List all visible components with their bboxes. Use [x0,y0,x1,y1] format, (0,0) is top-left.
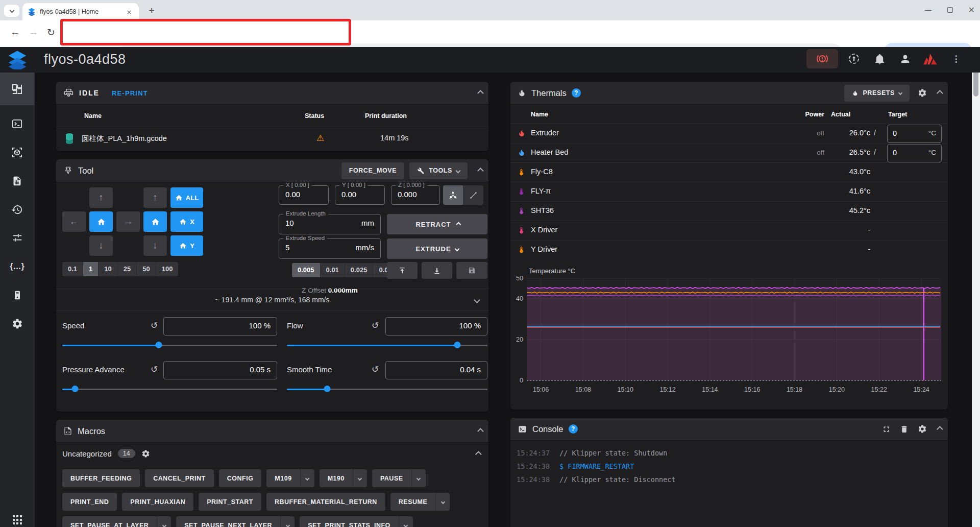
macro-m190[interactable]: M190 [320,469,367,487]
home-xy-button[interactable] [89,211,113,232]
macro-set-print-stats-info-dropdown[interactable] [399,516,413,527]
z-step-0.025[interactable]: 0.025 [345,263,374,277]
home-z-button[interactable] [143,211,167,232]
axis-move-mode-icon[interactable] [443,185,463,205]
home-all-button[interactable]: ALL [170,187,203,208]
z-step-0.01[interactable]: 0.01 [321,263,345,277]
flow-input[interactable]: 100 % [385,317,487,336]
console-collapse-icon[interactable] [937,426,943,433]
reprint-button[interactable]: RE-PRINT [112,89,148,97]
bed-target-input[interactable]: 0°C [887,144,942,162]
macro-pause[interactable]: PAUSE [372,469,426,487]
estimate-expand-icon[interactable] [474,297,480,303]
move-step-25[interactable]: 25 [118,262,137,276]
forward-icon[interactable]: → [29,27,38,38]
jog-x-minus-button[interactable]: ← [62,211,86,232]
macro-resume[interactable]: RESUME [390,493,450,511]
position-x-field[interactable]: X [ 0.00 ] 0.00 [279,185,329,205]
tab-search-button[interactable] [4,5,19,17]
speed-reset-icon[interactable]: ↺ [151,320,158,331]
pressure-advance-slider-knob[interactable] [72,386,79,392]
macro-rbuffer-material-return[interactable]: RBUFFER_MATERIAL_RETURN [266,493,385,511]
pressure-advance-slider[interactable] [62,386,277,393]
sidebar-item-tune[interactable] [0,224,34,252]
speed-slider[interactable] [62,342,277,349]
z-step-0.005-selected[interactable]: 0.005 [292,263,321,277]
move-step-10[interactable]: 10 [99,262,117,276]
position-y-field[interactable]: Y [ 0.00 ] 0.00 [335,185,385,205]
back-icon[interactable]: ← [10,27,20,38]
browser-tab[interactable]: flyos-0a4d58 | Home × [22,3,139,20]
sidebar-item-jobs[interactable] [0,166,34,195]
home-y-button[interactable]: Y [170,235,203,256]
locate-printer-icon[interactable] [844,49,864,68]
jog-z-plus-button[interactable]: ↑ [143,187,167,208]
console-fullscreen-icon[interactable] [882,425,891,434]
extruder-target-input[interactable]: 0°C [887,125,942,143]
thermals-collapse-icon[interactable] [937,90,943,97]
smooth-time-slider[interactable] [287,386,487,393]
extrude-button[interactable]: EXTRUDE [387,238,487,259]
fly-brand-logo[interactable] [921,49,940,68]
window-maximize-button[interactable] [947,7,953,13]
app-menu-kebab-icon[interactable]: ⋮ [946,49,966,68]
heater-row-extruder[interactable]: Extruder off 26.0°c / 0°C [510,124,948,143]
sidebar-item-console[interactable] [0,109,34,138]
log-command[interactable]: $ FIRMWARE_RESTART [559,462,634,470]
macro-group-collapse-icon[interactable] [475,451,482,458]
z-offset-save-button[interactable] [456,262,487,279]
new-tab-button[interactable]: + [145,4,158,17]
macro-set-pause-next-layer[interactable]: SET_PAUSE_NEXT_LAYER [176,516,295,527]
tools-dropdown-button[interactable]: TOOLS [409,162,468,179]
console-clear-trash-icon[interactable] [900,425,909,434]
sidebar-item-system[interactable] [0,281,34,309]
speed-input[interactable]: 100 % [163,317,277,336]
thermals-settings-icon[interactable] [918,88,927,98]
extrude-speed-field[interactable]: Extrude Speed 5 mm/s [279,238,381,259]
tab-close-icon[interactable]: × [125,8,134,16]
macro-resume-dropdown[interactable] [435,493,450,511]
macro-print-end[interactable]: PRINT_END [62,493,117,511]
jog-y-plus-button[interactable]: ↑ [89,187,113,208]
pressure-advance-input[interactable]: 0.05 s [163,361,277,379]
user-account-icon[interactable] [895,49,915,68]
jog-z-minus-button[interactable]: ↓ [143,235,167,256]
speed-slider-knob[interactable] [156,342,162,348]
notifications-bell-icon[interactable] [870,49,889,68]
macro-m109[interactable]: M109 [266,469,314,487]
job-row[interactable]: 圆柱体_PLA_1h9m.gcode ⚠ 14m 19s [56,127,488,151]
macro-cancel-print[interactable]: CANCEL_PRINT [145,469,214,487]
flow-reset-icon[interactable]: ↺ [372,320,379,331]
smooth-time-reset-icon[interactable]: ↺ [372,364,379,375]
jog-x-plus-button[interactable]: → [116,211,140,232]
sidebar-item-dashboard[interactable] [0,73,34,105]
extrude-length-field[interactable]: Extrude Length 10 mm [279,214,381,234]
emergency-stop-button[interactable] [806,49,838,68]
window-minimize-button[interactable]: — [925,6,932,14]
status-collapse-icon[interactable] [477,90,484,97]
sidebar-item-configure[interactable]: {…} [0,252,34,281]
pressure-advance-reset-icon[interactable]: ↺ [151,364,158,375]
move-step-0.1[interactable]: 0.1 [62,262,83,276]
macro-buffer-feeding[interactable]: BUFFER_FEEDING [62,469,140,487]
z-offset-down-button[interactable] [422,262,452,279]
sidebar-apps-grid-icon[interactable] [0,506,34,527]
thermals-help-icon[interactable]: ? [572,88,581,98]
reload-icon[interactable]: ↻ [47,27,55,38]
macro-set-pause-next-layer-dropdown[interactable] [280,516,295,527]
sidebar-item-history[interactable] [0,195,34,224]
jog-y-minus-button[interactable]: ↓ [89,235,113,256]
heater-row-bed[interactable]: Heater Bed off 26.5°c / 0°C [510,143,948,163]
distance-move-mode-icon[interactable] [463,185,483,205]
macro-set-pause-at-layer[interactable]: SET_PAUSE_AT_LAYER [62,516,171,527]
console-log[interactable]: 15:24:37 // Klipper state: Shutdown 15:2… [510,441,948,527]
window-close-button[interactable]: ✕ [968,5,975,15]
console-help-icon[interactable]: ? [569,424,578,434]
home-x-button[interactable]: X [170,211,203,232]
move-step-1-selected[interactable]: 1 [83,262,99,276]
retract-button[interactable]: RETRACT [387,214,487,234]
estimate-row[interactable]: ~ 191.4 mm @ 12 mm³/s, 168 mm/s [56,289,488,311]
macro-set-print-stats-info[interactable]: SET_PRINT_STATS_INFO [300,516,413,527]
flow-slider-knob[interactable] [454,342,461,348]
macro-m190-dropdown[interactable] [353,469,367,487]
